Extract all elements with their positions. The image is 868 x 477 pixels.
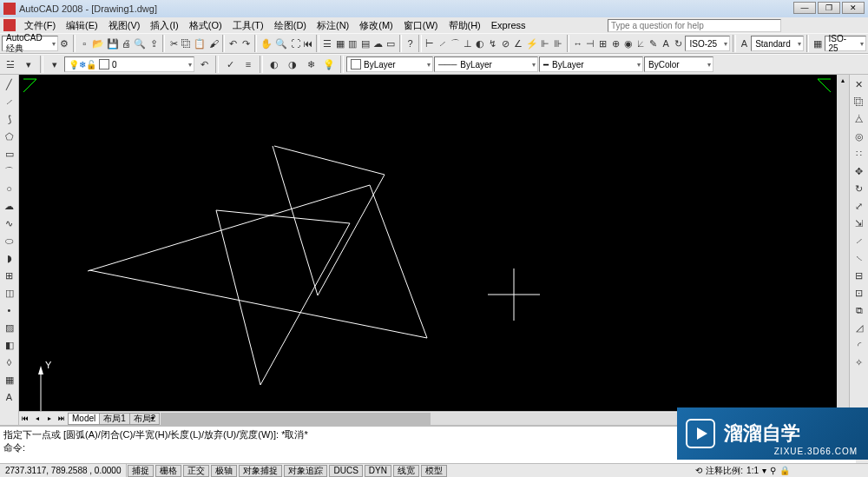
layer-states-icon[interactable]: ▾ xyxy=(20,56,37,73)
markup-icon[interactable]: ☁ xyxy=(372,35,385,52)
annoscale-dropdown-icon[interactable]: ▾ xyxy=(762,466,766,475)
offset-icon[interactable]: ◎ xyxy=(852,129,867,144)
join-icon[interactable]: ⧉ xyxy=(852,302,867,318)
lock-ui-icon[interactable]: 🔒 xyxy=(779,466,790,475)
coords-readout[interactable]: 2737.3117, 789.2588 , 0.0000 xyxy=(0,464,127,477)
tolerance-icon[interactable]: ⊞ xyxy=(597,35,609,52)
lwt-toggle[interactable]: 线宽 xyxy=(393,465,419,477)
layer-combo[interactable]: 💡❄🔓 0 xyxy=(64,56,194,72)
v-scrollbar[interactable]: ▴ ▾ xyxy=(837,75,849,425)
layer-match-icon[interactable]: ≡ xyxy=(240,56,257,73)
make-current-icon[interactable]: ✓ xyxy=(221,56,239,73)
rotate-icon[interactable]: ↻ xyxy=(852,181,867,196)
fillet-icon[interactable]: ◜ xyxy=(852,337,867,353)
rectangle-icon[interactable]: ▭ xyxy=(2,146,17,162)
annovisibility-icon[interactable]: ⚲ xyxy=(770,466,776,475)
spline-icon[interactable]: ∿ xyxy=(2,215,17,231)
dim-aligned-icon[interactable]: ⟋ xyxy=(437,35,449,52)
menu-insert[interactable]: 插入(I) xyxy=(145,19,183,32)
menu-express[interactable]: Express xyxy=(486,20,531,30)
workspace-combo[interactable]: AutoCAD 经典 xyxy=(2,36,58,51)
drawing-canvas[interactable]: Y X xyxy=(19,75,837,411)
ortho-toggle[interactable]: 正交 xyxy=(183,465,209,477)
polar-toggle[interactable]: 极轴 xyxy=(211,465,237,477)
tab-last-icon[interactable]: ⏭ xyxy=(56,414,68,422)
dimstyle-combo[interactable]: ISO-25 xyxy=(685,36,730,51)
workspace-settings-icon[interactable]: ⚙ xyxy=(59,35,71,52)
paste-icon[interactable]: 📋 xyxy=(193,35,207,52)
menu-format[interactable]: 格式(O) xyxy=(184,19,227,32)
menu-tools[interactable]: 工具(T) xyxy=(227,19,269,32)
menu-draw[interactable]: 绘图(D) xyxy=(269,19,312,32)
lineweight-combo[interactable]: ━ByLayer xyxy=(539,56,643,72)
mtext-icon[interactable]: A xyxy=(2,389,17,405)
menu-dim[interactable]: 标注(N) xyxy=(312,19,354,32)
break-icon[interactable]: ⊡ xyxy=(852,285,867,301)
zoom-rt-icon[interactable]: 🔍 xyxy=(274,35,288,52)
scroll-up-icon[interactable]: ▴ xyxy=(837,75,849,87)
arc-icon[interactable]: ⌒ xyxy=(2,163,17,179)
ellipse-icon[interactable]: ⬭ xyxy=(2,233,17,248)
move-icon[interactable]: ✥ xyxy=(852,163,867,179)
doc-minimize-button[interactable]: — xyxy=(793,2,816,14)
pline-icon[interactable]: ⟆ xyxy=(2,111,17,127)
dim-linear-icon[interactable]: ⊢ xyxy=(424,35,437,52)
tablestyle-combo[interactable]: ISO-25 xyxy=(825,36,867,51)
insertblock-icon[interactable]: ⊞ xyxy=(2,268,17,283)
layer-off-icon[interactable]: 💡 xyxy=(320,56,338,73)
polygon-icon[interactable]: ⬠ xyxy=(2,129,17,144)
layer-prev-icon[interactable]: ↶ xyxy=(195,56,213,73)
linetype-combo[interactable]: ───ByLayer xyxy=(434,56,538,72)
menu-edit[interactable]: 编辑(E) xyxy=(61,19,103,32)
layer-freeze-icon[interactable]: ❄ xyxy=(302,56,319,73)
dimtedit-icon[interactable]: A xyxy=(660,35,672,52)
publish-icon[interactable]: ⇪ xyxy=(148,35,160,52)
circle-icon[interactable]: ○ xyxy=(2,181,17,196)
dim-quick-icon[interactable]: ⚡ xyxy=(525,35,539,52)
plotstyle-combo[interactable]: ByColor xyxy=(644,56,713,72)
sheetset-icon[interactable]: ▤ xyxy=(359,35,372,52)
preview-icon[interactable]: 🔍 xyxy=(133,35,147,52)
cut-icon[interactable]: ✂ xyxy=(168,35,180,52)
region-icon[interactable]: ◊ xyxy=(2,354,17,370)
chamfer-icon[interactable]: ◿ xyxy=(852,320,867,335)
annoscale-value[interactable]: 1:1 xyxy=(746,466,759,475)
dim-ang-icon[interactable]: ∠ xyxy=(512,35,524,52)
hatch-icon[interactable]: ▨ xyxy=(2,320,17,335)
otrack-toggle[interactable]: 对象追踪 xyxy=(284,465,327,477)
stretch-icon[interactable]: ⇲ xyxy=(852,215,867,231)
textstyle-icon[interactable]: A xyxy=(739,35,751,52)
dim-rad-icon[interactable]: ◐ xyxy=(475,35,487,52)
dim-space-icon[interactable]: ↔ xyxy=(572,35,584,52)
pan-icon[interactable]: ✋ xyxy=(260,35,273,52)
copy-obj-icon[interactable]: ⿻ xyxy=(852,94,867,109)
point-icon[interactable]: • xyxy=(2,302,17,318)
menu-file[interactable]: 文件(F) xyxy=(19,19,61,32)
dimupdate-icon[interactable]: ↻ xyxy=(673,35,685,52)
makeblock-icon[interactable]: ◫ xyxy=(2,285,17,301)
help-search-input[interactable] xyxy=(608,19,781,32)
ellipsearc-icon[interactable]: ◗ xyxy=(2,250,17,266)
menu-help[interactable]: 帮助(H) xyxy=(444,19,486,32)
dim-cont-icon[interactable]: ⊪ xyxy=(552,35,564,52)
undo-icon[interactable]: ↶ xyxy=(227,35,240,52)
breakpoint-icon[interactable]: ⊟ xyxy=(852,268,867,283)
jogline-icon[interactable]: ⟀ xyxy=(635,35,647,52)
erase-icon[interactable]: ✕ xyxy=(852,76,867,92)
layer-iso-icon[interactable]: ◐ xyxy=(266,56,283,73)
quickcalc-icon[interactable]: ▭ xyxy=(385,35,397,52)
inspect-icon[interactable]: ◉ xyxy=(622,35,635,52)
new-icon[interactable]: ▫ xyxy=(78,35,90,52)
dimedit-icon[interactable]: ✎ xyxy=(648,35,660,52)
grid-toggle[interactable]: 栅格 xyxy=(155,465,181,477)
menu-modify[interactable]: 修改(M) xyxy=(354,19,398,32)
tablestyle-icon[interactable]: ▦ xyxy=(812,35,824,52)
plot-icon[interactable]: 🖨 xyxy=(121,35,133,52)
help-icon[interactable]: ? xyxy=(404,35,417,52)
dim-dia-icon[interactable]: ⊘ xyxy=(500,35,512,52)
trim-icon[interactable]: ⟋ xyxy=(852,233,867,248)
tool-palettes-icon[interactable]: ▥ xyxy=(347,35,359,52)
copy-icon[interactable]: ⿻ xyxy=(181,35,193,52)
explode-icon[interactable]: ✧ xyxy=(852,354,867,370)
doc-restore-button[interactable]: ❐ xyxy=(818,2,840,14)
